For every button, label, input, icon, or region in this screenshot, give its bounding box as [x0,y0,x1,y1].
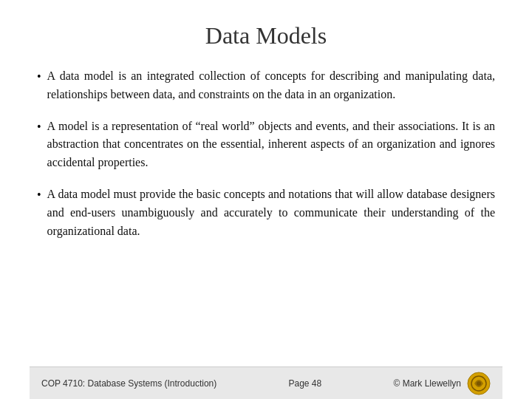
logo-icon [467,372,491,395]
bullet-text-3: A data model must provide the basic conc… [47,185,495,240]
bullet-text-1: A data model is an integrated collection… [47,67,495,104]
bullet-item-2: • A model is a representation of “real w… [37,117,495,172]
bullet-marker-3: • [37,186,41,204]
slide: Data Models • A data model is an integra… [0,0,532,399]
footer-right-section: © Mark Llewellyn [393,372,491,395]
bullet-item-3: • A data model must provide the basic co… [37,185,495,240]
footer-copyright: © Mark Llewellyn [393,378,461,389]
bullet-marker-2: • [37,118,41,136]
footer-page: Page 48 [288,378,321,389]
bullet-text-2: A model is a representation of “real wor… [47,117,495,172]
footer-course: COP 4710: Database Systems (Introduction… [41,378,216,389]
bullet-marker-1: • [37,68,41,86]
svg-point-2 [477,381,481,386]
bullet-item-1: • A data model is an integrated collecti… [37,67,495,104]
footer: COP 4710: Database Systems (Introduction… [30,366,502,399]
content-area: • A data model is an integrated collecti… [30,67,502,366]
slide-title: Data Models [30,22,502,50]
